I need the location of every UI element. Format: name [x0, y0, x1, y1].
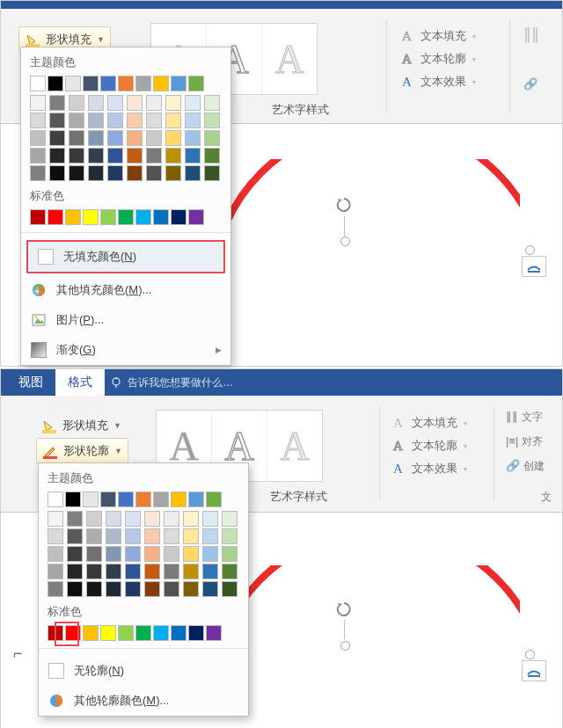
- picture-fill-item[interactable]: 图片(P)...: [21, 305, 230, 335]
- color-swatch[interactable]: [183, 581, 199, 597]
- color-swatch[interactable]: [127, 113, 143, 128]
- color-swatch[interactable]: [165, 113, 181, 128]
- color-swatch[interactable]: [49, 113, 65, 128]
- color-swatch[interactable]: [146, 113, 162, 128]
- color-swatch[interactable]: [106, 546, 121, 562]
- color-swatch[interactable]: [69, 95, 84, 111]
- color-swatch[interactable]: [30, 113, 46, 128]
- text-effects-button[interactable]: A 文本效果▾: [400, 70, 476, 93]
- color-swatch[interactable]: [204, 130, 220, 146]
- color-swatch[interactable]: [164, 564, 179, 579]
- color-swatch[interactable]: [165, 165, 181, 181]
- color-swatch[interactable]: [164, 546, 179, 562]
- color-swatch[interactable]: [153, 76, 169, 91]
- color-swatch[interactable]: [135, 625, 151, 641]
- color-swatch[interactable]: [127, 130, 143, 146]
- color-swatch[interactable]: [48, 528, 63, 544]
- color-swatch[interactable]: [86, 546, 102, 562]
- color-swatch[interactable]: [48, 76, 63, 91]
- color-swatch[interactable]: [48, 581, 63, 597]
- color-swatch[interactable]: [86, 581, 102, 597]
- color-swatch[interactable]: [202, 528, 218, 544]
- color-swatch[interactable]: [65, 209, 81, 225]
- selected-arc-shape[interactable]: [221, 159, 520, 388]
- color-swatch[interactable]: [48, 564, 63, 579]
- color-swatch[interactable]: [69, 165, 84, 181]
- selection-handle[interactable]: [340, 237, 350, 246]
- color-swatch[interactable]: [146, 148, 162, 164]
- color-swatch[interactable]: [67, 528, 83, 544]
- color-swatch[interactable]: [144, 564, 160, 579]
- color-swatch[interactable]: [127, 148, 143, 164]
- shape-outline-button[interactable]: 形状轮廓 ▼: [36, 438, 128, 464]
- color-swatch[interactable]: [183, 511, 199, 527]
- color-swatch[interactable]: [107, 113, 123, 128]
- color-swatch[interactable]: [107, 130, 123, 146]
- color-swatch[interactable]: [69, 130, 84, 146]
- color-swatch[interactable]: [222, 581, 238, 597]
- color-swatch[interactable]: [67, 564, 83, 579]
- color-swatch[interactable]: [106, 564, 121, 579]
- text-outline-button[interactable]: A文本轮廓▾: [391, 434, 467, 457]
- color-swatch[interactable]: [183, 546, 199, 562]
- color-swatch[interactable]: [83, 625, 99, 641]
- color-swatch[interactable]: [206, 625, 222, 641]
- text-direction-button[interactable]: ∥∥ 文字: [506, 410, 543, 425]
- color-swatch[interactable]: [86, 511, 102, 527]
- color-swatch[interactable]: [204, 113, 220, 128]
- color-swatch[interactable]: [222, 564, 238, 579]
- more-fill-colors-item[interactable]: 其他填充颜色(M)...: [21, 275, 230, 305]
- color-swatch[interactable]: [118, 491, 134, 507]
- color-swatch[interactable]: [49, 130, 65, 146]
- no-outline-item[interactable]: 无轮廓(N): [39, 656, 248, 686]
- color-swatch[interactable]: [30, 76, 46, 91]
- anchor-icon[interactable]: [522, 660, 546, 681]
- tell-me-box[interactable]: 告诉我您想要做什么…: [110, 375, 233, 390]
- color-swatch[interactable]: [146, 130, 162, 146]
- color-swatch[interactable]: [106, 581, 121, 597]
- color-swatch[interactable]: [49, 165, 65, 181]
- no-fill-item[interactable]: 无填充颜色(N): [26, 240, 225, 273]
- link-icon[interactable]: 🔗: [523, 77, 537, 91]
- color-swatch[interactable]: [204, 148, 220, 164]
- color-swatch[interactable]: [183, 564, 199, 579]
- color-swatch[interactable]: [202, 581, 218, 597]
- color-swatch[interactable]: [202, 546, 218, 562]
- color-swatch[interactable]: [135, 76, 151, 91]
- text-outline-button[interactable]: A 文本轮廓▾: [400, 47, 476, 70]
- color-swatch[interactable]: [153, 625, 169, 641]
- color-swatch[interactable]: [100, 491, 116, 507]
- color-swatch[interactable]: [206, 491, 222, 507]
- color-swatch[interactable]: [183, 528, 199, 544]
- color-swatch[interactable]: [65, 76, 81, 91]
- color-swatch[interactable]: [185, 165, 201, 181]
- color-swatch[interactable]: [106, 528, 121, 544]
- selection-handle[interactable]: [525, 650, 535, 659]
- color-swatch[interactable]: [188, 625, 204, 641]
- text-effects-button[interactable]: A文本效果▾: [391, 457, 467, 480]
- color-swatch[interactable]: [165, 130, 181, 146]
- color-swatch[interactable]: [171, 625, 186, 641]
- color-swatch[interactable]: [118, 76, 134, 91]
- color-swatch[interactable]: [164, 511, 179, 527]
- color-swatch[interactable]: [100, 625, 116, 641]
- color-swatch[interactable]: [83, 209, 99, 225]
- color-swatch[interactable]: [144, 581, 160, 597]
- color-swatch[interactable]: [202, 564, 218, 579]
- color-swatch[interactable]: [127, 165, 143, 181]
- color-swatch[interactable]: [48, 511, 63, 527]
- color-swatch[interactable]: [171, 209, 186, 225]
- color-swatch[interactable]: [118, 625, 134, 641]
- color-swatch[interactable]: [165, 148, 181, 164]
- color-swatch[interactable]: [107, 148, 123, 164]
- color-swatch[interactable]: [125, 581, 141, 597]
- color-swatch[interactable]: [86, 564, 102, 579]
- color-swatch[interactable]: [88, 113, 104, 128]
- color-swatch[interactable]: [125, 564, 141, 579]
- color-swatch[interactable]: [100, 209, 116, 225]
- gradient-fill-item[interactable]: 渐变(G) ▶: [21, 335, 230, 365]
- color-swatch[interactable]: [118, 209, 134, 225]
- color-swatch[interactable]: [164, 528, 179, 544]
- color-swatch[interactable]: [49, 148, 65, 164]
- text-fill-button[interactable]: A 文本填充▾: [400, 25, 476, 47]
